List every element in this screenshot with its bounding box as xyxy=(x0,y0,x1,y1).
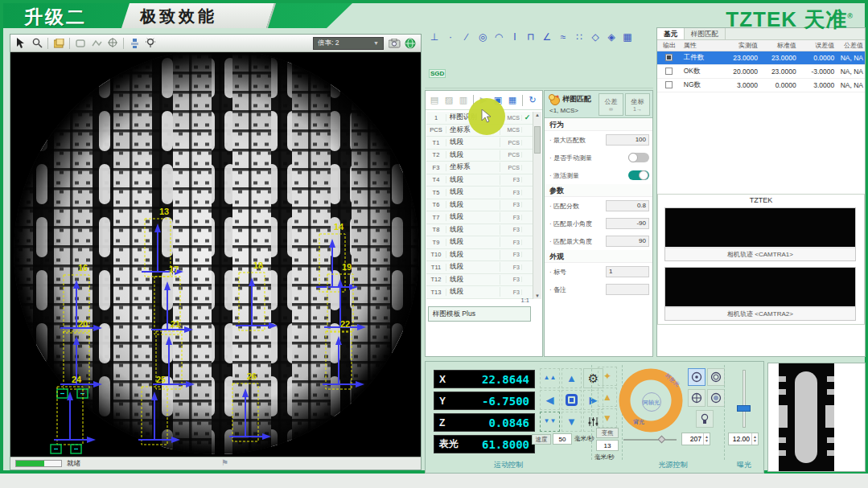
step-row[interactable]: T4 线段 F3 xyxy=(426,174,533,187)
focus-up-button[interactable]: ▲ xyxy=(598,388,617,407)
coaxial-light-select-button[interactable] xyxy=(707,389,725,407)
crosshair-icon[interactable] xyxy=(105,37,120,50)
jog-up-fast-button[interactable]: ▲▲ xyxy=(540,368,560,388)
fit-icon[interactable] xyxy=(89,37,104,50)
jog-left-button[interactable]: ◀ xyxy=(540,390,560,410)
field-toggle[interactable] xyxy=(628,170,649,180)
viewer-statusbar: 就绪 ⚑ xyxy=(10,457,421,470)
circle-tool-icon[interactable]: ◎ xyxy=(475,31,491,43)
light-value-spinbox[interactable]: 207 ▲▼ xyxy=(681,433,710,445)
pointer-tool-icon[interactable] xyxy=(14,37,28,50)
marker-number: 26 xyxy=(247,371,257,381)
save-step-icon[interactable]: ▥ xyxy=(457,94,470,107)
pan-icon[interactable] xyxy=(73,37,88,50)
field-input[interactable]: 100 xyxy=(606,134,649,146)
app-frame: 升级二 极致效能 TZTEK 天准® 倍率: 2▼ xyxy=(0,0,868,474)
coordinate-button[interactable]: 坐标1→ xyxy=(625,93,650,116)
table-row[interactable]: OK数 20.0000 23.0000 -3.0000 NA, NA xyxy=(657,65,865,79)
width-tool-icon[interactable]: ⊓ xyxy=(523,31,539,43)
output-checkbox[interactable] xyxy=(665,68,673,75)
eraser-tool-icon[interactable]: ◇ xyxy=(587,31,603,43)
level-icon[interactable] xyxy=(127,37,142,50)
line-tool-icon[interactable]: ∕ xyxy=(459,31,475,43)
exposure-spinbox[interactable]: 12.00 ▲▼ xyxy=(728,433,759,445)
step-row[interactable]: T1 线段 PCS xyxy=(426,137,533,150)
jog-up-button[interactable]: ▲ xyxy=(562,368,582,388)
step-row[interactable]: T9 线段 F3 xyxy=(426,236,533,249)
arc-tool-icon[interactable]: ◠ xyxy=(491,31,507,43)
focus-speed-button[interactable]: 变焦 xyxy=(596,428,619,438)
template-footer[interactable]: 样图模板 Plus xyxy=(428,306,531,322)
field-input[interactable]: 1 xyxy=(606,266,649,277)
loop-icon[interactable]: ↻ xyxy=(526,94,539,107)
tab-primitives[interactable]: 基元 xyxy=(657,28,685,39)
jog-down-button[interactable]: ▼ xyxy=(562,412,582,432)
step-row[interactable]: T5 线段 F3 xyxy=(426,187,533,199)
tab-pattern-match[interactable]: 样图匹配 xyxy=(685,28,726,39)
gallery-icon[interactable] xyxy=(51,37,66,50)
field-input[interactable]: 0.8 xyxy=(606,200,649,211)
toolbar-divider xyxy=(123,38,124,49)
step-row[interactable]: T8 线段 F3 xyxy=(426,224,533,237)
speed-input[interactable] xyxy=(553,433,572,445)
magnification-dropdown[interactable]: 倍率: 2▼ xyxy=(313,37,384,50)
ring-light-select-button[interactable] xyxy=(688,368,706,386)
exposure-slider-handle[interactable] xyxy=(737,405,751,412)
field-input[interactable] xyxy=(606,284,649,295)
autofocus-button[interactable]: ✦ xyxy=(598,367,617,386)
height-tool-icon[interactable]: I xyxy=(507,31,523,43)
output-checkbox[interactable] xyxy=(665,81,673,88)
jog-down-fast-button[interactable]: ▼▼ xyxy=(540,412,560,432)
step-row[interactable]: T10 线段 F3 xyxy=(426,249,533,262)
output-checkbox[interactable] xyxy=(665,54,673,61)
snapshot-camera-icon[interactable] xyxy=(387,37,401,50)
new-step-icon[interactable]: ▤ xyxy=(428,94,441,107)
lightbulb-icon[interactable] xyxy=(143,37,158,50)
dro-axis-row: 表光 61.8000 xyxy=(434,435,535,453)
camera-trace-2[interactable]: 相机轨迹 <CAMTRA2> xyxy=(664,267,856,321)
field-toggle[interactable] xyxy=(628,153,649,162)
focus-speed-input[interactable] xyxy=(596,440,619,451)
spinner-arrows[interactable]: ▲▼ xyxy=(703,433,710,445)
step-row[interactable]: T7 线段 F3 xyxy=(426,211,533,224)
point-tool-icon[interactable]: · xyxy=(442,31,459,43)
camera-field-of-view[interactable]: 131416171819202122242526 xyxy=(10,52,421,457)
stop-icon[interactable]: ▦ xyxy=(506,94,519,107)
scroll-up-icon[interactable]: ▲ xyxy=(533,113,541,117)
slider-knob[interactable] xyxy=(658,436,666,444)
field-input[interactable]: 90 xyxy=(606,236,649,247)
step-row[interactable]: T2 线段 PCS xyxy=(426,150,533,162)
step-row[interactable]: T13 线段 F3 xyxy=(426,286,533,299)
light-intensity-slider[interactable] xyxy=(623,439,677,441)
table-row[interactable]: 工件数 23.0000 23.0000 0.0000 NA, NA xyxy=(657,51,865,65)
globe-icon[interactable] xyxy=(403,37,418,50)
step-check[interactable]: ✓ xyxy=(522,113,533,121)
steps-scrollbar[interactable]: ▲ ▼ xyxy=(533,112,541,299)
tolerance-button[interactable]: 公差∞ xyxy=(599,93,623,116)
camera-trace-1[interactable]: 相机轨迹 <CAMTRA1> xyxy=(664,207,856,261)
step-row[interactable]: F3 坐标系 PCS xyxy=(426,162,533,174)
step-row[interactable]: T11 线段 F3 xyxy=(426,261,533,274)
focus-down-button[interactable]: ▼ xyxy=(598,408,617,428)
angle-tool-icon[interactable]: ∠ xyxy=(539,31,555,43)
scroll-thumb[interactable] xyxy=(534,126,541,154)
quadrant-light-select-button[interactable] xyxy=(688,389,706,407)
segment-light-select-button[interactable] xyxy=(707,368,725,386)
spinner-arrows[interactable]: ▲▼ xyxy=(751,433,758,445)
property-field: 标号1 xyxy=(545,263,652,281)
backlight-select-button[interactable] xyxy=(696,410,714,428)
field-input[interactable]: -90 xyxy=(606,218,649,229)
curve-tool-icon[interactable]: ≈ xyxy=(555,31,571,43)
scatter-tool-icon[interactable]: ∷ xyxy=(571,31,587,43)
step-row[interactable]: T12 线段 F3 xyxy=(426,274,533,287)
step-row[interactable]: T6 线段 F3 xyxy=(426,199,533,212)
pattern-tool-icon[interactable]: ◈ xyxy=(603,31,619,43)
open-step-icon[interactable]: ▨ xyxy=(442,94,455,107)
exposure-slider-track[interactable] xyxy=(743,370,746,428)
coordinate-tool-icon[interactable]: ⊥ xyxy=(426,31,442,43)
table-row[interactable]: NG数 3.0000 0.0000 3.0000 NA, NA xyxy=(657,79,865,92)
scroll-down-icon[interactable]: ▼ xyxy=(533,293,541,298)
magnifier-icon[interactable] xyxy=(30,37,44,50)
calculator-tool-icon[interactable]: ▦ xyxy=(619,31,636,43)
jog-stop-button[interactable] xyxy=(562,390,582,410)
